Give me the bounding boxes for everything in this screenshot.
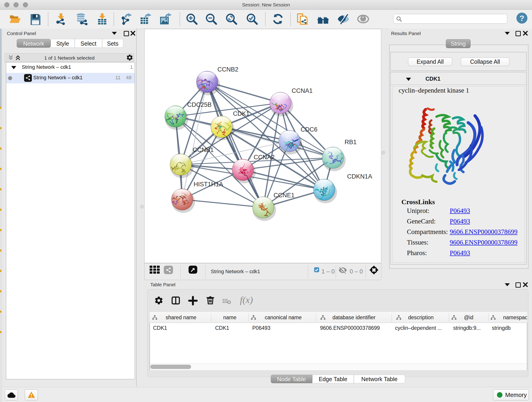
svg-text:HIST1H1A: HIST1H1A xyxy=(194,181,223,188)
svg-text:CDC25B: CDC25B xyxy=(187,101,212,108)
svg-text:CCNB1: CCNB1 xyxy=(193,147,214,153)
svg-text:RB1: RB1 xyxy=(345,139,357,146)
svg-text:CCNA1: CCNA1 xyxy=(292,87,313,94)
svg-text:CCNA2: CCNA2 xyxy=(254,154,275,161)
svg-text:CDKN1A: CDKN1A xyxy=(347,173,372,180)
svg-text:CDC6: CDC6 xyxy=(301,126,317,133)
svg-text:CCNB2: CCNB2 xyxy=(217,66,239,73)
svg-text:CCNE1: CCNE1 xyxy=(273,192,295,199)
svg-text:CDK1: CDK1 xyxy=(233,110,249,117)
